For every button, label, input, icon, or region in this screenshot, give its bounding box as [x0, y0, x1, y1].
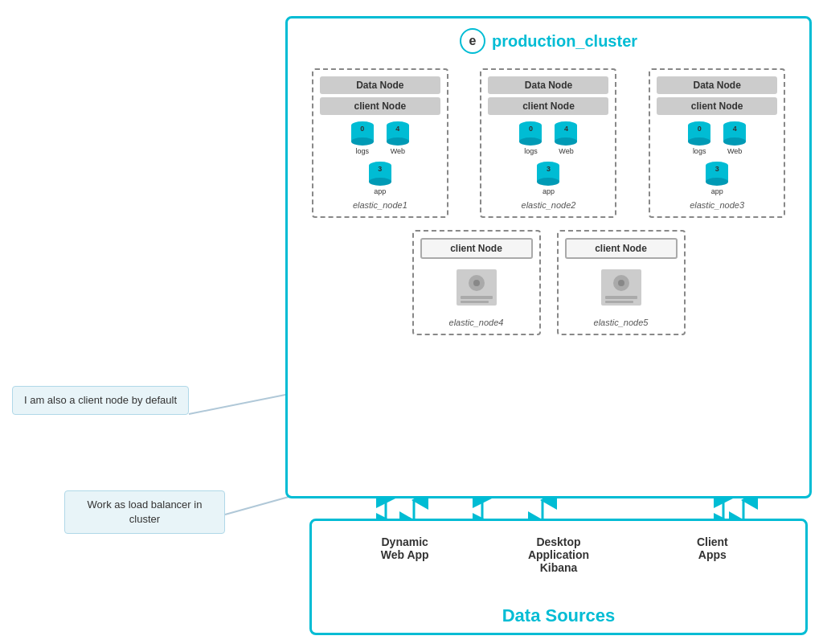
db-row-bottom-1: 3 app [320, 160, 440, 195]
db-num-web-1: 4 [395, 125, 399, 133]
db-label-app-1: app [374, 187, 386, 195]
db-num-app-1: 3 [378, 165, 382, 173]
db-logs-2: 0 logs [516, 120, 545, 155]
cluster-header: e production_cluster [288, 18, 809, 60]
svg-text:e: e [469, 34, 476, 47]
main-layout: e production_cluster Data Node client No… [285, 16, 812, 635]
kibana-icon-5 [597, 265, 645, 310]
db-logs-3: 0 logs [685, 120, 714, 155]
svg-point-43 [618, 280, 624, 286]
db-label-web-2: Web [559, 147, 573, 155]
db-app-1: 3 app [366, 160, 395, 195]
cluster-box: e production_cluster Data Node client No… [285, 16, 812, 498]
db-row-top-2: 0 logs 4 Web [488, 120, 608, 155]
db-app-3: 3 app [702, 160, 731, 195]
svg-point-32 [723, 137, 746, 146]
node-elastic-node4: client Node elastic_node4 [412, 230, 541, 335]
db-cylinder-app-3 [702, 160, 731, 186]
node-name-4: elastic_node4 [420, 318, 533, 327]
db-num-web-2: 4 [564, 125, 568, 133]
db-label-app-2: app [543, 187, 555, 195]
node-name-1: elastic_node1 [320, 200, 440, 210]
node-elastic-node5: client Node elastic_node5 [557, 230, 686, 335]
svg-point-29 [688, 137, 710, 146]
db-cylinder-app-1 [366, 160, 395, 186]
svg-point-23 [555, 137, 577, 146]
datasources-box: DynamicWeb App DesktopApplicationKibana … [309, 519, 808, 635]
db-web-2: 4 Web [551, 120, 580, 155]
node-elastic-node3: Data Node client Node 0 logs [649, 68, 785, 218]
datasource-client-apps: ClientApps [636, 535, 789, 602]
kibana-icon-4 [452, 265, 501, 310]
db-cylinder-web-2 [551, 120, 580, 146]
db-num-app-3: 3 [715, 165, 719, 173]
node-elastic-node2: Data Node client Node 0 logs [480, 68, 616, 218]
db-web-1: 4 Web [383, 120, 412, 155]
svg-point-35 [706, 178, 728, 186]
node-name-2: elastic_node2 [488, 200, 608, 210]
datasource-web-app: DynamicWeb App [328, 535, 481, 602]
callout-load-balancer-text: Work as load balancer in cluster [88, 498, 203, 525]
svg-point-17 [369, 178, 391, 186]
db-row-top-3: 0 logs 4 Web [657, 120, 777, 155]
db-label-app-3: app [711, 187, 723, 195]
client-node-label-3: client Node [657, 97, 777, 115]
callout-client-node: I am also a client node by default [12, 386, 189, 415]
db-row-bottom-3: 3 app [657, 160, 777, 195]
svg-point-20 [519, 137, 542, 146]
svg-rect-39 [461, 296, 493, 299]
db-num-logs-1: 0 [360, 125, 364, 133]
db-cylinder-app-2 [534, 160, 563, 186]
db-label-logs-2: logs [524, 147, 538, 155]
svg-point-26 [537, 178, 559, 186]
db-label-logs-1: logs [356, 147, 370, 155]
nodes-row2: client Node elastic_node4 client Node [288, 218, 809, 335]
db-label-web-3: Web [727, 147, 742, 155]
db-num-logs-3: 0 [698, 125, 702, 133]
db-row-top-1: 0 logs 4 Web [320, 120, 440, 155]
db-label-web-1: Web [391, 147, 405, 155]
datasources-label: Data Sources [502, 605, 616, 633]
db-label-logs-3: logs [693, 147, 706, 155]
db-app-2: 3 app [534, 160, 563, 195]
db-num-logs-2: 0 [529, 125, 533, 133]
node-elastic-node1: Data Node client Node 0 logs [312, 68, 448, 218]
client-node-label-2: client Node [488, 97, 608, 115]
svg-point-38 [473, 280, 480, 286]
db-cylinder-logs-2 [516, 120, 545, 146]
data-node-label-2: Data Node [488, 76, 608, 94]
data-node-label-3: Data Node [657, 76, 777, 94]
nodes-row1: Data Node client Node 0 logs [288, 60, 809, 218]
db-web-3: 4 Web [720, 120, 749, 155]
svg-point-14 [387, 137, 409, 146]
data-node-label-1: Data Node [320, 76, 440, 94]
db-logs-1: 0 logs [348, 120, 377, 155]
client-node-label-4: client Node [420, 238, 533, 259]
svg-rect-44 [605, 296, 637, 299]
callout-client-node-text: I am also a client node by default [24, 394, 177, 406]
svg-rect-45 [605, 301, 633, 303]
db-cylinder-web-1 [383, 120, 412, 146]
db-cylinder-web-3 [720, 120, 749, 146]
db-num-web-3: 4 [733, 125, 737, 133]
elasticsearch-logo: e [460, 28, 485, 54]
db-cylinder-logs-3 [685, 120, 714, 146]
cluster-title: production_cluster [492, 32, 637, 51]
svg-rect-40 [461, 301, 489, 303]
db-num-app-2: 3 [547, 165, 551, 173]
datasource-kibana: DesktopApplicationKibana [481, 535, 635, 602]
svg-point-11 [351, 137, 374, 146]
client-node-label-1: client Node [320, 97, 440, 115]
client-node-label-5: client Node [565, 238, 678, 259]
datasources-items: DynamicWeb App DesktopApplicationKibana … [312, 521, 805, 605]
node-name-5: elastic_node5 [565, 318, 678, 327]
callout-load-balancer: Work as load balancer in cluster [64, 490, 225, 534]
db-row-bottom-2: 3 app [488, 160, 608, 195]
db-cylinder-logs-1 [348, 120, 377, 146]
node-name-3: elastic_node3 [657, 200, 777, 210]
